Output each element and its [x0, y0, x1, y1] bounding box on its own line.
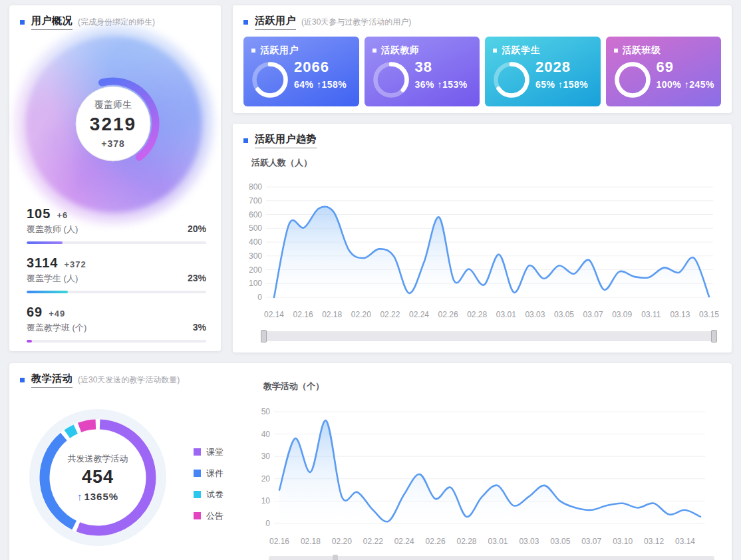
active-users-subtitle: (近30天参与过教学活动的用户)	[301, 17, 411, 28]
active-users-title: 活跃用户	[255, 15, 296, 30]
legend-item[interactable]: 课堂	[194, 446, 223, 458]
active-trend-title: 活跃用户趋势	[255, 133, 317, 148]
svg-text:100: 100	[249, 279, 262, 288]
active-stat-card-row: 活跃用户 2066 64% ↑158% 活跃教师 38 36% ↑153% 活跃…	[243, 37, 721, 106]
svg-text:03.15: 03.15	[699, 310, 719, 319]
coverage-gauge-center: 覆盖师生 3219 +378	[57, 67, 170, 180]
svg-text:03.11: 03.11	[641, 310, 661, 319]
stat-label: 覆盖教师 (人)	[27, 223, 78, 235]
svg-text:50: 50	[261, 407, 271, 416]
teaching-activity-card: 教学活动 (近30天发送的教学活动数量) 共发送教学活动 454 ↑1365% …	[9, 363, 732, 560]
legend-item[interactable]: 公告	[194, 509, 223, 522]
dashboard-page: 用户概况 (完成身份绑定的师生) 覆盖师生 3219 +378 105+6 覆盖…	[0, 0, 741, 560]
stat-label: 覆盖教学班 (个)	[27, 322, 86, 334]
active-card-value: 2066	[294, 59, 329, 76]
donut-center-label: 共发送教学活动	[68, 453, 128, 465]
active-users-card: 活跃用户 (近30天参与过教学活动的用户) 活跃用户 2066 64% ↑158…	[233, 5, 732, 113]
datazoom-left-handle[interactable]	[261, 330, 267, 343]
active-card-label: 活跃学生	[502, 45, 540, 57]
datazoom-handle[interactable]	[333, 555, 338, 560]
legend-label: 试卷	[206, 489, 223, 501]
gauge-label: 覆盖师生	[94, 99, 132, 111]
svg-text:02.14: 02.14	[264, 310, 284, 319]
active-card-percent-trend: 36% ↑153%	[415, 79, 468, 90]
teaching-header: 教学活动 (近30天发送的教学活动数量)	[20, 372, 180, 388]
active-card-percent-trend: 65% ↑158%	[535, 79, 588, 90]
svg-text:03.07: 03.07	[583, 310, 603, 319]
svg-text:600: 600	[249, 210, 262, 219]
svg-text:03.05: 03.05	[550, 537, 570, 546]
gauge-delta: +378	[101, 138, 125, 149]
legend-color-icon	[194, 512, 201, 519]
svg-text:03.01: 03.01	[496, 310, 516, 319]
stat-value: 3114	[27, 255, 58, 270]
legend-label: 公告	[206, 510, 223, 522]
activity-axis-label: 教学活动（个）	[263, 380, 324, 392]
active-card-percent-trend: 100% ↑245%	[657, 79, 715, 90]
active-stat-card: 活跃学生 2028 65% ↑158%	[485, 37, 601, 106]
stat-delta: +49	[49, 309, 65, 319]
legend-color-icon	[194, 491, 201, 498]
svg-text:02.20: 02.20	[351, 310, 371, 319]
stat-progress-fill	[27, 291, 68, 293]
stat-progress-track	[27, 340, 206, 343]
stat-delta: +6	[57, 210, 68, 220]
section-bullet-icon	[20, 378, 25, 382]
stat-percent: 3%	[193, 322, 206, 333]
svg-text:300: 300	[249, 251, 262, 261]
card-bullet-icon	[251, 49, 255, 53]
svg-text:03.09: 03.09	[612, 310, 632, 319]
svg-text:30: 30	[261, 452, 271, 461]
legend-label: 课堂	[206, 446, 223, 458]
active-stat-card: 活跃用户 2066 64% ↑158%	[243, 37, 359, 106]
section-bullet-icon	[243, 20, 248, 25]
progress-ring	[493, 61, 530, 98]
active-card-value: 38	[415, 59, 432, 76]
progress-ring	[614, 61, 651, 98]
legend-label: 课件	[206, 468, 223, 480]
stat-progress-track	[27, 241, 206, 244]
legend-item[interactable]: 试卷	[194, 488, 223, 501]
svg-text:02.28: 02.28	[456, 537, 476, 546]
datazoom-right-handle[interactable]	[711, 330, 717, 343]
svg-text:20: 20	[261, 474, 271, 484]
gauge-value: 3219	[90, 114, 136, 135]
active-trend-chart[interactable]: 800700600500400300200100002.1402.1602.18…	[239, 177, 732, 329]
user-overview-title: 用户概况	[31, 15, 73, 30]
legend-color-icon	[194, 448, 201, 456]
legend-item[interactable]: 课件	[194, 467, 223, 480]
section-bullet-icon	[243, 138, 248, 143]
datazoom-slider[interactable]	[263, 331, 714, 341]
svg-text:200: 200	[249, 265, 262, 275]
activity-trend-chart[interactable]: 5040302010002.1602.1802.2002.2202.2402.2…	[255, 400, 730, 556]
svg-text:500: 500	[249, 223, 262, 233]
stat-delta: +372	[64, 259, 86, 269]
active-card-label: 活跃教师	[381, 45, 420, 57]
svg-text:03.01: 03.01	[488, 537, 508, 546]
svg-text:02.20: 02.20	[332, 537, 352, 546]
svg-text:03.13: 03.13	[670, 310, 690, 319]
teaching-title: 教学活动	[31, 372, 73, 388]
active-stat-card: 活跃班级 69 100% ↑245%	[606, 37, 722, 106]
stat-progress-track	[27, 291, 206, 293]
datazoom-slider-partial[interactable]	[269, 556, 714, 560]
svg-text:02.16: 02.16	[293, 310, 313, 319]
card-bullet-icon	[372, 49, 376, 53]
card-bullet-icon	[614, 49, 618, 53]
legend-color-icon	[194, 470, 201, 477]
svg-text:02.18: 02.18	[322, 310, 342, 319]
stat-label: 覆盖学生 (人)	[27, 273, 78, 285]
donut-legend: 课堂 课件 试卷 公告	[194, 446, 223, 531]
coverage-stat-row: 105+6 覆盖教师 (人) 20%	[27, 206, 206, 244]
svg-text:02.16: 02.16	[269, 537, 289, 546]
svg-text:03.03: 03.03	[519, 537, 539, 546]
svg-text:03.14: 03.14	[675, 537, 695, 546]
svg-text:03.12: 03.12	[644, 537, 664, 546]
svg-text:02.28: 02.28	[467, 310, 487, 319]
card-bullet-icon	[493, 49, 497, 53]
progress-ring	[251, 61, 289, 98]
active-card-value: 2028	[535, 59, 571, 76]
up-arrow-icon: ↑	[77, 491, 83, 502]
svg-text:400: 400	[249, 237, 262, 247]
svg-text:02.22: 02.22	[380, 310, 400, 319]
